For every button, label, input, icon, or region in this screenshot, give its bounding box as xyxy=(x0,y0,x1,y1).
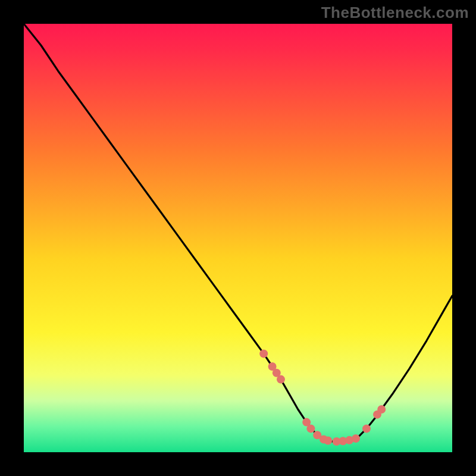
watermark-text: TheBottleneck.com xyxy=(321,4,469,22)
marker-dot xyxy=(377,405,386,414)
chart-frame: TheBottleneck.com xyxy=(0,0,476,476)
marker-dot xyxy=(362,424,371,433)
chart-background xyxy=(24,24,452,452)
chart-canvas xyxy=(24,24,452,452)
marker-dot xyxy=(259,349,268,358)
marker-dot xyxy=(306,424,315,433)
marker-dot xyxy=(352,434,360,443)
marker-dot xyxy=(324,437,332,445)
marker-dot xyxy=(277,375,285,384)
chart-plot xyxy=(24,24,452,452)
